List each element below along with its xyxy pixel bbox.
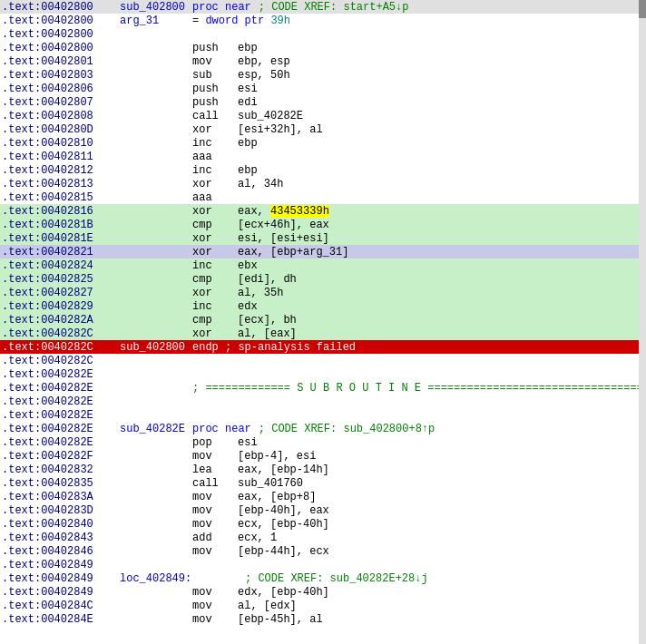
disasm-line[interactable]: .text:0040283Dmov[ebp-40h], eax [0,503,646,517]
disasm-line[interactable]: .text:00402849movedx, [ebp-40h] [0,585,646,599]
instruction: mov[ebp-45h], al [192,613,323,626]
address: .text:00402840 [2,518,120,531]
operands: [ebp-45h], al [238,613,323,626]
instruction: moval, [edx] [192,600,297,612]
disasm-line[interactable]: .text:00402816xoreax, 43453339h [0,204,646,218]
comment: ; CODE XREF: start+A5↓p [259,1,409,14]
disasm-line[interactable]: .text:00402824incebx [0,259,646,272]
instruction: incebx [192,259,258,272]
disasm-line[interactable]: .text:00402806pushesi [0,82,646,95]
disasm-line[interactable]: .text:00402846mov[ebp-44h], ecx [0,544,646,558]
disasm-line[interactable]: .text:00402813xoral, 34h [0,177,646,190]
operands: al, 34h [238,178,283,190]
disasm-line[interactable]: .text:0040281Exoresi, [esi+esi] [0,231,646,245]
disasm-line[interactable]: .text:0040280Dxor[esi+32h], al [0,122,646,136]
instruction: proc near [192,423,251,435]
disasm-line[interactable]: .text:00402808callsub_40282E [0,109,646,122]
disasm-line[interactable]: .text:00402827xoral, 35h [0,286,646,299]
disasm-line[interactable]: .text:00402810incebp [0,136,646,150]
operands: ebp, esp [238,55,290,68]
disasm-line[interactable]: .text:00402832leaeax, [ebp-14h] [0,463,646,476]
address: .text:00402846 [2,545,120,558]
instruction: movedx, [ebp-40h] [192,586,329,599]
instruction: pushedi [192,96,258,109]
disasm-line[interactable]: .text:0040282E [0,395,646,408]
address: .text:0040282E [2,395,120,408]
disasm-line[interactable]: .text:0040282E; ============= S U B R O … [0,381,646,395]
scrollbar[interactable] [639,0,646,644]
disasm-line[interactable]: .text:0040282E [0,367,646,381]
disasm-line[interactable]: .text:00402829incedx [0,299,646,313]
address: .text:0040282E [2,368,120,381]
address: .text:00402806 [2,83,120,95]
disasm-line[interactable]: .text:0040284Cmoval, [edx] [0,599,646,612]
disasm-line[interactable]: .text:00402821xoreax, [ebp+arg_31] [0,245,646,259]
label: loc_402849: [120,572,192,585]
disasm-line[interactable]: .text:0040284Emov[ebp-45h], al [0,612,646,626]
address: .text:0040283D [2,504,120,517]
disasm-line[interactable]: .text:00402812incebp [0,163,646,177]
disasm-line[interactable]: .text:00402840movecx, [ebp-40h] [0,517,646,531]
disasm-line[interactable]: .text:00402843addecx, 1 [0,531,646,544]
disasm-line[interactable]: .text:0040282Csub_402800endp ; sp-analys… [0,340,646,354]
instruction: callsub_401760 [192,477,303,490]
disasm-line[interactable]: .text:00402815aaa [0,190,646,204]
instruction: xoresi, [esi+esi] [192,232,329,245]
instruction: cmp[ecx], bh [192,314,297,327]
instruction: mov[ebp-4], esi [192,450,316,463]
operands: al, 35h [238,287,283,299]
disasm-line[interactable]: .text:0040282E [0,408,646,422]
disasm-line[interactable]: .text:0040283Amoveax, [ebp+8] [0,490,646,503]
lines-container: .text:00402800sub_402800proc near; CODE … [0,0,646,626]
instruction: addecx, 1 [192,532,277,544]
disasm-line[interactable]: .text:00402849loc_402849:; CODE XREF: su… [0,571,646,585]
disasm-line[interactable]: .text:00402835callsub_401760 [0,476,646,490]
address: .text:00402816 [2,205,120,218]
instruction: callsub_40282E [192,110,303,122]
scrollbar-thumb[interactable] [639,0,646,18]
instruction: leaeax, [ebp-14h] [192,463,329,476]
disasm-line[interactable]: .text:0040282C [0,354,646,367]
disasm-line[interactable]: .text:0040282Cxoral, [eax] [0,327,646,340]
address: .text:00402812 [2,164,120,177]
operands: [ebp-40h], eax [238,504,329,517]
disasm-line[interactable]: .text:00402800pushebp [0,41,646,54]
disasm-line[interactable]: .text:0040282Epopesi [0,435,646,449]
operands: eax, [ebp+8] [238,491,316,503]
disasm-line[interactable]: .text:00402800sub_402800proc near; CODE … [0,0,646,14]
address: .text:00402813 [2,178,120,190]
operands: eax, 43453339h [238,205,329,218]
address: .text:00402825 [2,273,120,286]
disasm-line[interactable]: .text:00402811aaa [0,150,646,163]
disasm-line[interactable]: .text:00402801movebp, esp [0,54,646,68]
label: sub_40282E [120,423,192,435]
label: sub_402800 [120,341,192,354]
address: .text:0040281E [2,232,120,245]
instruction [192,409,238,422]
address: .text:0040283A [2,491,120,503]
instruction: incebp [192,137,258,150]
address: .text:0040282C [2,355,120,367]
operands: edx [238,300,258,313]
disasm-line[interactable]: .text:0040282Fmov[ebp-4], esi [0,449,646,463]
address: .text:00402849 [2,559,120,571]
instruction: moveax, [ebp+8] [192,491,316,503]
disasm-line[interactable]: .text:0040282Acmp[ecx], bh [0,313,646,327]
instruction: xoreax, 43453339h [192,205,329,218]
disasm-line[interactable]: .text:0040281Bcmp[ecx+46h], eax [0,218,646,231]
disasm-line[interactable]: .text:00402825cmp[edi], dh [0,272,646,286]
disasm-line[interactable]: .text:00402807pushedi [0,95,646,109]
instruction: proc near [192,1,251,14]
operands: ebp [238,42,258,54]
operands: edx, [ebp-40h] [238,586,329,599]
operands: al, [edx] [238,600,297,612]
operands: [ebp-44h], ecx [238,545,329,558]
disasm-line[interactable]: .text:00402800 [0,27,646,41]
address: .text:0040282E [2,409,120,422]
disasm-line[interactable]: .text:00402803subesp, 50h [0,68,646,82]
disasm-line[interactable]: .text:00402800arg_31= dword ptr 39h [0,14,646,27]
disasm-line[interactable]: .text:00402849 [0,558,646,571]
disasm-line[interactable]: .text:0040282Esub_40282Eproc near; CODE … [0,422,646,435]
operands: esi, [esi+esi] [238,232,329,245]
operands: [esi+32h], al [238,123,323,136]
